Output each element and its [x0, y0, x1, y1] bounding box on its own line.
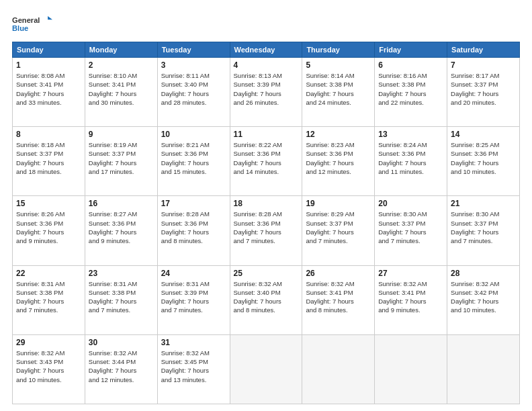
calendar-week-row: 29Sunrise: 8:32 AMSunset: 3:43 PMDayligh…: [13, 334, 520, 404]
calendar-week-row: 22Sunrise: 8:31 AMSunset: 3:38 PMDayligh…: [13, 265, 520, 334]
day-number: 9: [89, 130, 154, 139]
day-number: 17: [161, 199, 226, 208]
calendar-day-header: Monday: [85, 42, 157, 58]
calendar-cell: 2Sunrise: 8:10 AMSunset: 3:41 PMDaylight…: [85, 58, 157, 127]
day-info: Sunrise: 8:16 AMSunset: 3:38 PMDaylight:…: [378, 71, 443, 107]
day-number: 26: [306, 269, 371, 278]
day-number: 4: [234, 60, 299, 70]
calendar-cell: 22Sunrise: 8:31 AMSunset: 3:38 PMDayligh…: [13, 265, 85, 334]
day-info: Sunrise: 8:10 AMSunset: 3:41 PMDaylight:…: [89, 71, 154, 107]
logo: General Blue: [12, 12, 52, 36]
day-info: Sunrise: 8:30 AMSunset: 3:37 PMDaylight:…: [451, 210, 516, 245]
day-info: Sunrise: 8:25 AMSunset: 3:36 PMDaylight:…: [451, 140, 516, 176]
day-number: 14: [451, 130, 516, 139]
day-number: 6: [378, 60, 443, 70]
day-number: 21: [451, 199, 516, 208]
day-info: Sunrise: 8:18 AMSunset: 3:37 PMDaylight:…: [16, 140, 81, 176]
calendar-cell: 11Sunrise: 8:22 AMSunset: 3:36 PMDayligh…: [230, 127, 302, 196]
calendar-cell: 13Sunrise: 8:24 AMSunset: 3:36 PMDayligh…: [375, 127, 447, 196]
calendar-cell: 6Sunrise: 8:16 AMSunset: 3:38 PMDaylight…: [375, 58, 447, 127]
day-info: Sunrise: 8:19 AMSunset: 3:37 PMDaylight:…: [89, 140, 154, 176]
calendar-cell: 27Sunrise: 8:32 AMSunset: 3:41 PMDayligh…: [375, 265, 447, 334]
calendar-header-row: SundayMondayTuesdayWednesdayThursdayFrid…: [13, 42, 520, 58]
day-info: Sunrise: 8:22 AMSunset: 3:36 PMDaylight:…: [234, 140, 299, 176]
day-number: 22: [16, 269, 81, 278]
calendar-cell: 30Sunrise: 8:32 AMSunset: 3:44 PMDayligh…: [85, 334, 157, 404]
day-info: Sunrise: 8:32 AMSunset: 3:44 PMDaylight:…: [89, 349, 154, 384]
calendar-cell: 12Sunrise: 8:23 AMSunset: 3:36 PMDayligh…: [302, 127, 375, 196]
day-number: 8: [16, 130, 81, 139]
calendar-cell: 24Sunrise: 8:31 AMSunset: 3:39 PMDayligh…: [157, 265, 230, 334]
day-number: 16: [89, 199, 154, 208]
calendar-cell: 7Sunrise: 8:17 AMSunset: 3:37 PMDaylight…: [447, 58, 520, 127]
day-info: Sunrise: 8:28 AMSunset: 3:36 PMDaylight:…: [234, 210, 299, 245]
day-number: 1: [16, 60, 81, 70]
calendar-cell: 15Sunrise: 8:26 AMSunset: 3:36 PMDayligh…: [13, 196, 85, 265]
day-info: Sunrise: 8:08 AMSunset: 3:41 PMDaylight:…: [16, 71, 81, 107]
day-info: Sunrise: 8:28 AMSunset: 3:36 PMDaylight:…: [161, 210, 226, 245]
day-number: 2: [89, 60, 154, 70]
day-info: Sunrise: 8:21 AMSunset: 3:36 PMDaylight:…: [161, 140, 226, 176]
day-number: 18: [234, 199, 299, 208]
calendar-cell: 28Sunrise: 8:32 AMSunset: 3:42 PMDayligh…: [447, 265, 520, 334]
header: General Blue: [12, 12, 520, 36]
calendar-cell: 26Sunrise: 8:32 AMSunset: 3:41 PMDayligh…: [302, 265, 375, 334]
day-number: 25: [234, 269, 299, 278]
calendar-cell: 21Sunrise: 8:30 AMSunset: 3:37 PMDayligh…: [447, 196, 520, 265]
calendar-cell: 10Sunrise: 8:21 AMSunset: 3:36 PMDayligh…: [157, 127, 230, 196]
calendar-cell: 14Sunrise: 8:25 AMSunset: 3:36 PMDayligh…: [447, 127, 520, 196]
calendar-day-header: Friday: [375, 42, 447, 58]
day-number: 28: [451, 269, 516, 278]
day-info: Sunrise: 8:32 AMSunset: 3:45 PMDaylight:…: [161, 349, 226, 384]
day-info: Sunrise: 8:32 AMSunset: 3:41 PMDaylight:…: [378, 279, 443, 315]
day-info: Sunrise: 8:32 AMSunset: 3:40 PMDaylight:…: [234, 279, 299, 315]
calendar-table: SundayMondayTuesdayWednesdayThursdayFrid…: [12, 42, 520, 404]
day-number: 27: [378, 269, 443, 278]
day-number: 31: [161, 338, 226, 347]
day-number: 11: [234, 130, 299, 139]
day-number: 19: [306, 199, 371, 208]
calendar-cell: 20Sunrise: 8:30 AMSunset: 3:37 PMDayligh…: [375, 196, 447, 265]
svg-text:General: General: [12, 16, 40, 24]
day-number: 20: [378, 199, 443, 208]
day-number: 3: [161, 60, 226, 70]
calendar-cell: 16Sunrise: 8:27 AMSunset: 3:36 PMDayligh…: [85, 196, 157, 265]
day-number: 10: [161, 130, 226, 139]
day-info: Sunrise: 8:32 AMSunset: 3:42 PMDaylight:…: [451, 279, 516, 315]
calendar-day-header: Tuesday: [157, 42, 230, 58]
calendar-cell: [447, 334, 520, 404]
calendar-cell: 3Sunrise: 8:11 AMSunset: 3:40 PMDaylight…: [157, 58, 230, 127]
calendar-cell: 25Sunrise: 8:32 AMSunset: 3:40 PMDayligh…: [230, 265, 302, 334]
calendar-day-header: Wednesday: [230, 42, 302, 58]
day-number: 5: [306, 60, 371, 70]
day-info: Sunrise: 8:31 AMSunset: 3:38 PMDaylight:…: [89, 279, 154, 315]
day-info: Sunrise: 8:30 AMSunset: 3:37 PMDaylight:…: [378, 210, 443, 245]
day-info: Sunrise: 8:31 AMSunset: 3:38 PMDaylight:…: [16, 279, 81, 315]
day-info: Sunrise: 8:13 AMSunset: 3:39 PMDaylight:…: [234, 71, 299, 107]
page: General Blue SundayMondayTuesdayWednesda…: [0, 0, 532, 411]
day-info: Sunrise: 8:31 AMSunset: 3:39 PMDaylight:…: [161, 279, 226, 315]
day-number: 15: [16, 199, 81, 208]
calendar-cell: 29Sunrise: 8:32 AMSunset: 3:43 PMDayligh…: [13, 334, 85, 404]
calendar-cell: 9Sunrise: 8:19 AMSunset: 3:37 PMDaylight…: [85, 127, 157, 196]
calendar-cell: 17Sunrise: 8:28 AMSunset: 3:36 PMDayligh…: [157, 196, 230, 265]
day-info: Sunrise: 8:24 AMSunset: 3:36 PMDaylight:…: [378, 140, 443, 176]
logo-svg: General Blue: [12, 12, 52, 36]
day-info: Sunrise: 8:32 AMSunset: 3:43 PMDaylight:…: [16, 349, 81, 384]
calendar-day-header: Thursday: [302, 42, 375, 58]
day-info: Sunrise: 8:11 AMSunset: 3:40 PMDaylight:…: [161, 71, 226, 107]
calendar-week-row: 8Sunrise: 8:18 AMSunset: 3:37 PMDaylight…: [13, 127, 520, 196]
svg-marker-1: [48, 16, 52, 19]
calendar-cell: [302, 334, 375, 404]
day-info: Sunrise: 8:29 AMSunset: 3:37 PMDaylight:…: [306, 210, 371, 245]
day-number: 7: [451, 60, 516, 70]
svg-text:Blue: Blue: [12, 24, 28, 32]
calendar-week-row: 1Sunrise: 8:08 AMSunset: 3:41 PMDaylight…: [13, 58, 520, 127]
calendar-cell: [375, 334, 447, 404]
day-info: Sunrise: 8:26 AMSunset: 3:36 PMDaylight:…: [16, 210, 81, 245]
calendar-cell: 5Sunrise: 8:14 AMSunset: 3:38 PMDaylight…: [302, 58, 375, 127]
day-number: 30: [89, 338, 154, 347]
calendar-day-header: Saturday: [447, 42, 520, 58]
calendar-cell: 31Sunrise: 8:32 AMSunset: 3:45 PMDayligh…: [157, 334, 230, 404]
calendar-cell: 1Sunrise: 8:08 AMSunset: 3:41 PMDaylight…: [13, 58, 85, 127]
